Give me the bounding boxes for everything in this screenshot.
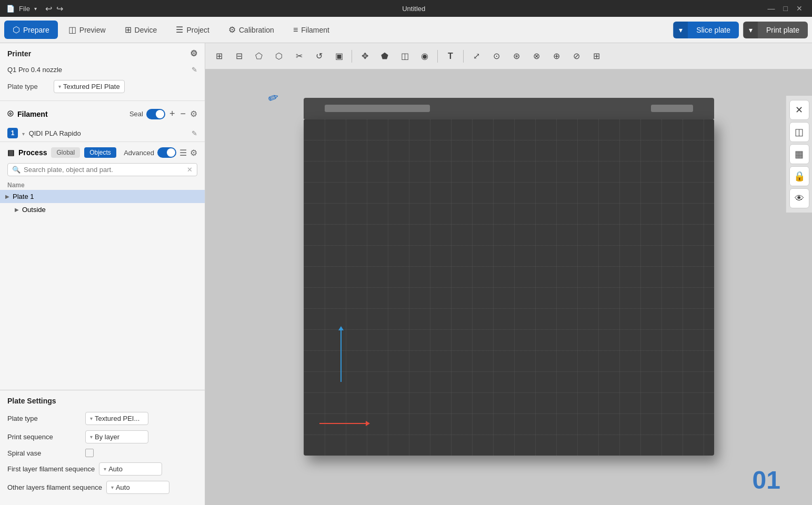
filament-remove-button[interactable]: − [179,108,187,119]
filament-section-left: ⦾ Filament [7,109,48,118]
outside-label: Outside [22,206,46,214]
rs-eye-button[interactable]: 👁 [789,188,809,208]
rs-close-button[interactable]: ✕ [789,100,809,120]
filament-settings-icon[interactable]: ⚙ [190,109,197,119]
process-label: Process [18,148,47,157]
filament-edit-icon[interactable]: ✎ [192,129,197,137]
toolbar-paint[interactable]: ⬟ [375,47,394,66]
rs-lock-button[interactable]: 🔒 [789,166,809,186]
toolbar-divider-1 [352,50,352,63]
toolbar-more-2[interactable]: ⊛ [507,47,526,66]
plate1-chevron: ▶ [5,194,9,199]
printer-label: Printer [7,49,31,58]
other-layers-value: Auto [116,483,130,491]
toolbar-cut[interactable]: ✂ [289,47,308,66]
tab-project[interactable]: ☰ Project [167,21,218,39]
seal-label: Seal [129,110,143,118]
rail-right [651,105,693,112]
toolbar-text[interactable]: T [441,47,460,66]
canvas-area[interactable]: ✏ [205,69,812,505]
plate-type-dropdown[interactable]: ▾ Textured PEI... [85,412,148,425]
other-layers-arrow: ▾ [111,484,114,490]
slice-plate-button[interactable]: ▾ Slice plate [673,22,739,38]
maximize-button[interactable]: □ [780,3,791,14]
filament-item-1: 1 ▾ QIDI PLA Rapido ✎ [0,125,205,142]
toolbar-divider-3 [463,50,464,63]
object-tree: Name ▶ Plate 1 ▶ Outside [0,179,205,390]
navbar-actions: ▾ Slice plate ▾ Print plate [673,22,808,38]
other-layers-dropdown[interactable]: ▾ Auto [106,481,169,494]
toolbar-add-bed[interactable]: ⊞ [209,47,228,66]
tab-filament[interactable]: ≡ Filament [285,21,338,39]
print-arrow[interactable]: ▾ [743,22,758,38]
toolbar-more-5[interactable]: ⊘ [567,47,586,66]
filament-name-label[interactable]: QIDI PLA Rapido [29,129,81,137]
tree-item-plate1[interactable]: ▶ Plate 1 [0,190,205,203]
first-layer-value: Auto [108,465,123,473]
setting-first-layer-label: First layer filament sequence [7,465,95,473]
redo-icon[interactable]: ↪ [56,4,63,14]
print-bed-top [304,98,714,119]
toolbar-move[interactable]: ✥ [355,47,374,66]
toolbar-slices[interactable]: ⬡ [269,47,288,66]
toolbar-more-1[interactable]: ⊙ [487,47,506,66]
printer-edit-icon[interactable]: ✎ [192,66,197,74]
tab-prepare[interactable]: ⬡ Prepare [4,21,58,39]
file-menu-label[interactable]: File [19,5,30,13]
rs-layers-button[interactable]: ◫ [789,122,809,142]
filament-number-badge: 1 [7,128,18,138]
tab-device[interactable]: ⊞ Device [116,21,166,39]
toolbar: ⊞ ⊟ ⬠ ⬡ ✂ ↺ ▣ ✥ ⬟ ◫ ◉ T ⤢ ⊙ ⊛ ⊗ ⊕ ⊘ ⊞ [205,43,812,69]
spiral-vase-checkbox[interactable] [85,449,94,457]
seal-toggle[interactable] [146,109,165,119]
toolbar-more-4[interactable]: ⊕ [547,47,566,66]
file-icon: 📄 [6,5,15,13]
rail-left [325,105,430,112]
slice-arrow[interactable]: ▾ [673,22,688,38]
tab-calibration[interactable]: ⚙ Calibration [220,21,283,39]
page-number: 01 [753,466,780,494]
filament-arrow: ▾ [22,131,25,137]
toolbar-shapes[interactable]: ⬠ [249,47,268,66]
tab-objects-button[interactable]: Objects [84,147,116,158]
filament-section-right: Seal + − ⚙ [129,108,197,119]
undo-icon[interactable]: ↩ [45,4,52,14]
prepare-icon: ⬡ [13,25,20,35]
tab-global-button[interactable]: Global [51,147,80,158]
settings-icon[interactable]: ⚙ [190,148,197,158]
print-sequence-value: By layer [95,433,119,441]
plate-type-select[interactable]: ▾ Textured PEI Plate [54,80,125,93]
filament-add-button[interactable]: + [168,108,176,119]
toolbar-scale[interactable]: ⤢ [467,47,486,66]
search-input[interactable] [24,166,184,174]
print-plate-button[interactable]: ▾ Print plate [743,22,808,38]
print-sequence-dropdown[interactable]: ▾ By layer [85,430,148,443]
search-clear-icon[interactable]: ✕ [187,166,193,174]
toolbar-seam[interactable]: ◉ [415,47,434,66]
setting-plate-type: Plate type ▾ Textured PEI... [0,409,205,428]
toolbar-more-3[interactable]: ⊗ [527,47,546,66]
tab-preview-label: Preview [79,26,106,34]
process-section-left: ▤ Process Global Objects [7,147,116,158]
viewport: ⊞ ⊟ ⬠ ⬡ ✂ ↺ ▣ ✥ ⬟ ◫ ◉ T ⤢ ⊙ ⊛ ⊗ ⊕ ⊘ ⊞ ✏ [205,43,812,505]
tab-preview[interactable]: ◫ Preview [60,21,114,39]
file-menu-arrow[interactable]: ▾ [34,6,37,12]
list-icon[interactable]: ☰ [179,148,187,158]
plate-type-value: Textured PEI Plate [63,83,120,90]
advanced-toggle[interactable] [157,147,176,158]
toolbar-orient[interactable]: ↺ [309,47,328,66]
close-button[interactable]: ✕ [793,3,806,14]
first-layer-dropdown[interactable]: ▾ Auto [99,462,162,476]
right-sidebar: ✕ ◫ ▦ 🔒 👁 [786,96,812,213]
outside-chevron: ▶ [15,207,19,213]
rs-info-button[interactable]: ▦ [789,144,809,164]
filament-section-header: ⦾ Filament Seal + − ⚙ [0,103,205,125]
printer-settings-icon[interactable]: ⚙ [190,48,197,58]
toolbar-arrange[interactable]: ▣ [329,47,348,66]
toolbar-support[interactable]: ◫ [395,47,414,66]
slice-btn-label: Slice plate [688,22,739,38]
toolbar-more-6[interactable]: ⊞ [587,47,606,66]
toolbar-grid[interactable]: ⊟ [229,47,248,66]
tree-item-outside[interactable]: ▶ Outside [0,203,205,216]
minimize-button[interactable]: — [765,3,778,14]
